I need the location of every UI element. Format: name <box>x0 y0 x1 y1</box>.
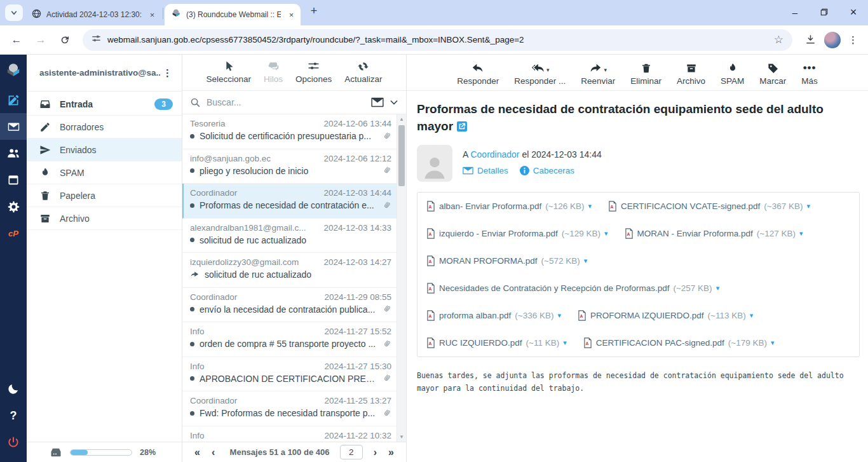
attachment-item[interactable]: A CERTIFICACION PAC-signed.pdf (~179 KB)… <box>583 337 775 348</box>
message-row[interactable]: Info2024-11-22 10:32 <box>182 426 397 442</box>
prev-page-button[interactable]: ‹ <box>207 447 219 458</box>
folder-drafts[interactable]: Borradores <box>27 116 182 139</box>
delete-button[interactable]: Eliminar <box>630 60 661 86</box>
attachment-menu-icon[interactable]: ▾ <box>807 202 811 210</box>
tab-close-icon[interactable]: × <box>286 10 297 20</box>
url-bar[interactable]: webmail.sanjuan.gob.ec/cpsess6773850452/… <box>83 29 792 51</box>
forward-button[interactable]: ▾ Reenviar <box>581 60 615 86</box>
attachment-menu-icon[interactable]: ▾ <box>750 311 754 320</box>
attachment-menu-icon[interactable]: ▾ <box>799 229 803 238</box>
tab-search-button[interactable] <box>5 4 23 21</box>
downloads-icon[interactable] <box>800 30 820 50</box>
attachment-menu-icon[interactable]: ▾ <box>558 311 562 320</box>
reply-all-dropdown-icon[interactable]: ▾ <box>546 67 550 74</box>
next-page-button[interactable]: › <box>369 447 381 458</box>
message-row[interactable]: Info2024-11-27 15:52 orden de compra # 5… <box>182 322 397 357</box>
message-row[interactable]: alexandralban1981@gmail.c...2024-12-03 1… <box>182 219 397 254</box>
new-tab-button[interactable]: + <box>306 3 322 19</box>
attachment-menu-icon[interactable]: ▾ <box>584 257 588 265</box>
folder-trash[interactable]: Papelera <box>27 184 182 207</box>
reply-all-button[interactable]: ▾ Responder ... <box>514 60 566 86</box>
bookmark-star-icon[interactable]: ☆ <box>774 33 783 46</box>
folder-spam[interactable]: SPAM <box>27 161 182 184</box>
attachment-item[interactable]: A MORAN PROFORMA.pdf (~572 KB) ▾ <box>426 255 587 266</box>
first-page-button[interactable]: « <box>190 447 205 458</box>
attachment-name[interactable]: proforma alban.pdf <box>439 311 511 320</box>
logout-button[interactable] <box>0 429 27 456</box>
attachment-name[interactable]: Necesidades de Contratación y Recepción … <box>439 283 669 293</box>
browser-profile-avatar[interactable] <box>824 32 841 48</box>
scroll-down-icon[interactable]: ▼ <box>397 434 406 440</box>
reply-button[interactable]: Responder <box>457 60 499 86</box>
details-toggle[interactable]: Detalles <box>463 166 508 175</box>
message-row[interactable]: Tesoreria2024-12-06 13:44 Solicitud de c… <box>182 114 397 149</box>
attachment-item[interactable]: A alban- Enviar Proforma.pdf (~126 KB) ▾ <box>426 201 592 212</box>
account-menu-icon[interactable]: ⋮ <box>160 67 175 79</box>
scroll-up-icon[interactable]: ▲ <box>397 116 406 122</box>
url-text[interactable]: webmail.sanjuan.gob.ec/cpsess6773850452/… <box>107 35 524 44</box>
message-row[interactable]: Coordinador2024-11-25 13:27 Fwd: Proform… <box>182 391 397 426</box>
settings-nav-button[interactable] <box>0 193 27 220</box>
attachment-menu-icon[interactable]: ▾ <box>716 284 720 292</box>
folder-sent[interactable]: Enviados <box>27 139 182 161</box>
last-page-button[interactable]: » <box>384 447 398 458</box>
browser-tab-activity[interactable]: Actividad 2024-12-03 12:30:00 × <box>25 4 161 25</box>
options-button[interactable]: Opciones <box>295 60 332 84</box>
mark-button[interactable]: Marcar <box>759 60 786 86</box>
site-settings-icon[interactable] <box>92 34 101 46</box>
attachment-item[interactable]: A CERTIFICACION VCATE-signed.pdf (~367 K… <box>608 201 810 212</box>
forward-button[interactable]: → <box>31 30 51 50</box>
threads-button[interactable]: Hilos <box>264 60 283 84</box>
search-options-chevron-icon[interactable] <box>390 99 398 105</box>
spam-button[interactable]: SPAM <box>721 60 744 86</box>
window-close-button[interactable]: × <box>839 0 868 24</box>
message-row[interactable]: info@sanjuan.gob.ec2024-12-06 12:12 plie… <box>182 149 397 184</box>
reload-button[interactable] <box>55 30 75 50</box>
scrollbar-thumb[interactable] <box>398 125 405 186</box>
attachment-item[interactable]: A MORAN - Enviar Proforma.pdf (~127 KB) … <box>625 228 803 239</box>
refresh-button[interactable]: Actualizar <box>344 60 382 84</box>
tab-close-icon[interactable]: × <box>147 10 158 20</box>
search-scope-mail-icon[interactable] <box>371 97 384 107</box>
attachment-name[interactable]: CERTIFICACION VCATE-signed.pdf <box>621 201 760 211</box>
list-scrollbar[interactable]: ▲ ▼ <box>397 114 406 442</box>
browser-tab-roundcube[interactable]: (3) Roundcube Webmail :: Envia × <box>165 4 301 25</box>
open-in-new-window-icon[interactable] <box>457 119 467 137</box>
attachment-name[interactable]: PROFORMA IZQUIERDO.pdf <box>590 311 704 320</box>
folder-inbox[interactable]: Entrada 3 <box>27 93 182 116</box>
select-button[interactable]: Seleccionar <box>207 60 252 84</box>
back-button[interactable]: ← <box>6 30 27 50</box>
attachment-name[interactable]: MORAN PROFORMA.pdf <box>439 256 538 266</box>
attachment-item[interactable]: A PROFORMA IZQUIERDO.pdf (~113 KB) ▾ <box>578 310 753 321</box>
browser-menu-icon[interactable]: ⋮ <box>844 34 862 46</box>
attachment-menu-icon[interactable]: ▾ <box>604 229 608 238</box>
archive-button[interactable]: Archivo <box>677 60 705 86</box>
search-input[interactable] <box>207 97 365 107</box>
attachment-menu-icon[interactable]: ▾ <box>771 339 775 347</box>
message-row-selected[interactable]: Coordinador2024-12-03 14:44 Proformas de… <box>182 184 397 219</box>
headers-toggle[interactable]: Cabeceras <box>520 166 574 175</box>
attachment-menu-icon[interactable]: ▾ <box>588 202 592 210</box>
attachment-name[interactable]: RUC IZQUIERDO.pdf <box>439 338 522 348</box>
window-minimize-button[interactable]: – <box>780 0 810 24</box>
attachment-name[interactable]: alban- Enviar Proforma.pdf <box>439 201 541 211</box>
mail-nav-button[interactable] <box>0 113 27 140</box>
attachment-item[interactable]: A Necesidades de Contratación y Recepció… <box>426 283 719 294</box>
attachment-item[interactable]: A RUC IZQUIERDO.pdf (~11 KB) ▾ <box>426 337 567 348</box>
recipient-link[interactable]: Coordinador <box>470 149 519 160</box>
message-row[interactable]: izquierdolizzy30@gmail.com2024-12-03 14:… <box>182 253 397 288</box>
window-restore-button[interactable] <box>810 0 839 24</box>
compose-button[interactable] <box>0 86 27 113</box>
attachment-item[interactable]: A proforma alban.pdf (~336 KB) ▾ <box>426 310 561 321</box>
forward-dropdown-icon[interactable]: ▾ <box>604 67 607 74</box>
message-row[interactable]: Info2024-11-27 15:30 APROBACION DE CERTI… <box>182 357 397 392</box>
dark-mode-button[interactable] <box>0 376 27 402</box>
folder-archive[interactable]: Archivo <box>27 207 182 230</box>
message-row[interactable]: Coordinador2024-11-29 08:55 envío la nec… <box>182 288 397 323</box>
attachment-name[interactable]: MORAN - Enviar Proforma.pdf <box>637 229 753 238</box>
calendar-nav-button[interactable] <box>0 166 27 193</box>
attachment-name[interactable]: CERTIFICACION PAC-signed.pdf <box>596 338 724 348</box>
attachment-item[interactable]: A izquierdo - Enviar Proforma.pdf (~129 … <box>426 228 608 239</box>
more-button[interactable]: ••• Más <box>801 60 818 86</box>
page-input[interactable] <box>340 445 363 459</box>
